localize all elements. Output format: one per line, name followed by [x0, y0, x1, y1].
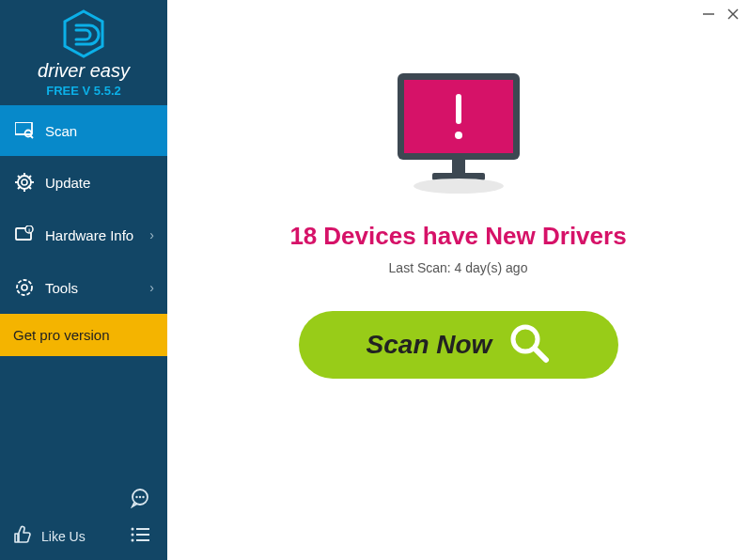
svg-rect-1 [15, 122, 32, 134]
scan-icon [13, 122, 36, 139]
scan-now-button[interactable]: Scan Now [299, 311, 618, 379]
svg-point-22 [142, 496, 144, 498]
hardware-info-icon: i [13, 226, 36, 244]
sidebar-item-label: Hardware Info [45, 227, 133, 243]
last-scan-info: Last Scan: 4 day(s) ago [389, 260, 528, 275]
svg-line-3 [31, 136, 34, 139]
chevron-right-icon: › [149, 280, 154, 295]
svg-point-5 [22, 179, 27, 185]
svg-rect-37 [456, 94, 461, 124]
svg-rect-34 [452, 160, 465, 175]
svg-point-38 [455, 132, 462, 139]
like-us-label: Like Us [41, 529, 86, 544]
svg-line-40 [535, 349, 546, 360]
window-controls [702, 8, 740, 24]
svg-point-17 [17, 280, 32, 295]
minimize-button[interactable] [702, 8, 715, 24]
sidebar-item-hardware-info[interactable]: i Hardware Info › [0, 209, 167, 261]
sidebar: driver easy FREE V 5.5.2 Scan [0, 0, 167, 560]
sidebar-item-label: Tools [45, 280, 78, 296]
logo-area: driver easy FREE V 5.5.2 [0, 0, 167, 105]
monitor-alert-icon [383, 66, 534, 201]
svg-point-2 [25, 131, 32, 137]
sidebar-item-label: Update [45, 175, 90, 191]
svg-point-25 [132, 534, 134, 537]
svg-line-12 [18, 186, 21, 189]
svg-point-27 [132, 539, 134, 542]
sidebar-item-scan[interactable]: Scan [0, 105, 167, 156]
svg-point-23 [132, 528, 134, 531]
device-count: 18 [289, 222, 317, 251]
brand-name: driver easy [38, 60, 130, 82]
sidebar-item-label: Scan [45, 123, 77, 139]
main-area: 18 Devices have New Drivers Last Scan: 4… [167, 0, 749, 560]
gear-icon [13, 173, 36, 192]
menu-list-icon[interactable] [130, 526, 150, 546]
sidebar-item-tools[interactable]: Tools › [0, 261, 167, 314]
chevron-right-icon: › [149, 227, 154, 242]
svg-line-11 [28, 186, 31, 189]
svg-point-36 [414, 179, 504, 194]
thumbs-up-icon [13, 525, 32, 547]
headline-text: Devices have New Drivers [323, 222, 626, 251]
close-button[interactable] [726, 8, 740, 24]
headline: 18 Devices have New Drivers [289, 222, 626, 251]
svg-line-13 [28, 176, 31, 179]
scan-button-label: Scan Now [367, 330, 492, 360]
get-pro-button[interactable]: Get pro version [0, 314, 167, 356]
svg-marker-0 [65, 11, 102, 56]
logo-icon [61, 9, 106, 62]
tools-icon [13, 278, 36, 297]
svg-point-18 [22, 285, 27, 290]
sidebar-bottom: Like Us [0, 488, 167, 560]
svg-point-20 [135, 496, 137, 498]
svg-point-21 [139, 496, 141, 498]
like-us-button[interactable]: Like Us [0, 518, 167, 560]
version-label: FREE V 5.5.2 [46, 84, 120, 98]
magnify-icon [508, 322, 550, 367]
sidebar-item-update[interactable]: Update [0, 156, 167, 209]
feedback-icon[interactable] [130, 488, 150, 512]
svg-line-10 [18, 176, 21, 179]
